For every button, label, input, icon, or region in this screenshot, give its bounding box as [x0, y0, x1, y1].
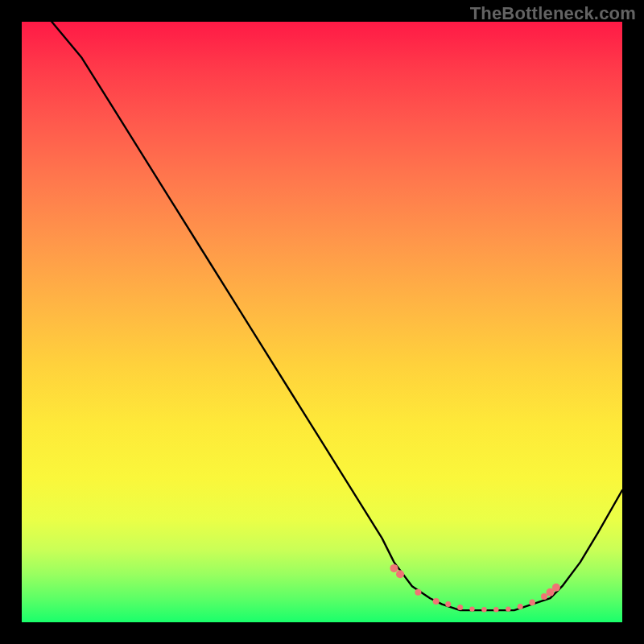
marker-dot: [541, 593, 547, 600]
marker-dot: [396, 570, 404, 578]
marker-dot: [529, 600, 535, 606]
marker-dot: [552, 584, 560, 592]
marker-dot: [415, 589, 421, 596]
marker-dot: [390, 564, 398, 572]
marker-dot: [481, 607, 486, 612]
marker-dot: [506, 606, 510, 611]
plot-area: [22, 22, 622, 622]
bottleneck-curve: [52, 22, 622, 610]
marker-dot: [518, 604, 523, 609]
marker-dot: [493, 607, 498, 612]
marker-dot: [469, 606, 474, 611]
watermark-text: TheBottleneck.com: [470, 3, 636, 24]
marker-dot: [445, 601, 451, 607]
marker-dot: [433, 598, 440, 605]
chart-frame: TheBottleneck.com: [0, 0, 644, 644]
chart-svg: [22, 22, 622, 622]
marker-dot: [457, 605, 463, 610]
